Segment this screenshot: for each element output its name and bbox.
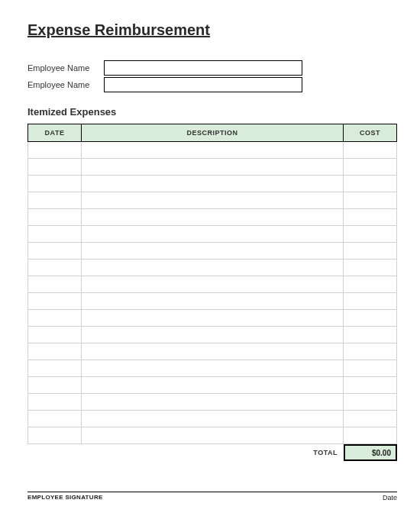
table-row (28, 427, 397, 444)
cell-cost[interactable] (344, 192, 397, 209)
cell-date[interactable] (28, 411, 82, 427)
cell-date[interactable] (28, 293, 82, 310)
table-row (28, 411, 397, 427)
table-row (28, 377, 397, 394)
cell-description[interactable] (82, 142, 344, 159)
cell-cost[interactable] (344, 176, 397, 192)
cell-cost[interactable] (344, 293, 397, 310)
table-row (28, 327, 397, 343)
table-row (28, 142, 397, 159)
table-row (28, 209, 397, 226)
cell-cost[interactable] (344, 327, 397, 343)
table-row (28, 310, 397, 327)
cell-cost[interactable] (344, 360, 397, 377)
cell-date[interactable] (28, 159, 82, 176)
cell-date[interactable] (28, 209, 82, 226)
header-cost: COST (344, 124, 397, 142)
table-row (28, 293, 397, 310)
table-row (28, 343, 397, 360)
signature-label: EMPLOYEE SIGNATURE (27, 494, 103, 501)
cell-cost[interactable] (344, 343, 397, 360)
cell-date[interactable] (28, 327, 82, 343)
header-description: DESCRIPTION (82, 124, 344, 142)
cell-date[interactable] (28, 276, 82, 293)
cell-cost[interactable] (344, 142, 397, 159)
cell-description[interactable] (82, 343, 344, 360)
cell-cost[interactable] (344, 394, 397, 411)
table-row (28, 394, 397, 411)
expenses-table: DATE DESCRIPTION COST (27, 124, 397, 444)
cell-description[interactable] (82, 411, 344, 427)
cell-cost[interactable] (344, 377, 397, 394)
cell-description[interactable] (82, 243, 344, 260)
header-date: DATE (28, 124, 82, 142)
cell-description[interactable] (82, 176, 344, 192)
cell-date[interactable] (28, 243, 82, 260)
table-row (28, 260, 397, 276)
cell-cost[interactable] (344, 260, 397, 276)
cell-date[interactable] (28, 260, 82, 276)
cell-cost[interactable] (344, 411, 397, 427)
cell-cost[interactable] (344, 226, 397, 243)
cell-date[interactable] (28, 394, 82, 411)
itemized-section-title: Itemized Expenses (27, 106, 397, 118)
table-row (28, 276, 397, 293)
signature-date-label: Date (383, 494, 397, 501)
cell-description[interactable] (82, 260, 344, 276)
cell-description[interactable] (82, 209, 344, 226)
cell-description[interactable] (82, 276, 344, 293)
cell-cost[interactable] (344, 243, 397, 260)
table-row (28, 176, 397, 192)
cell-description[interactable] (82, 293, 344, 310)
total-value: $0.00 (344, 444, 397, 461)
cell-description[interactable] (82, 310, 344, 327)
cell-description[interactable] (82, 192, 344, 209)
cell-cost[interactable] (344, 276, 397, 293)
cell-date[interactable] (28, 310, 82, 327)
employee-name-field-1[interactable] (104, 60, 302, 76)
page-title: Expense Reimbursement (27, 21, 397, 39)
cell-description[interactable] (82, 427, 344, 444)
cell-description[interactable] (82, 327, 344, 343)
table-row (28, 159, 397, 176)
employee-name-label-2: Employee Name (27, 80, 104, 89)
cell-cost[interactable] (344, 159, 397, 176)
cell-date[interactable] (28, 427, 82, 444)
signature-area: EMPLOYEE SIGNATURE Date (27, 492, 397, 501)
cell-date[interactable] (28, 360, 82, 377)
table-row (28, 226, 397, 243)
total-row: TOTAL $0.00 (27, 444, 397, 461)
cell-date[interactable] (28, 343, 82, 360)
cell-description[interactable] (82, 394, 344, 411)
cell-description[interactable] (82, 226, 344, 243)
cell-description[interactable] (82, 159, 344, 176)
table-row (28, 360, 397, 377)
cell-date[interactable] (28, 176, 82, 192)
cell-date[interactable] (28, 377, 82, 394)
employee-name-row-1: Employee Name (27, 60, 397, 76)
employee-name-row-2: Employee Name (27, 77, 397, 92)
employee-name-field-2[interactable] (104, 77, 302, 92)
employee-name-label-1: Employee Name (27, 63, 104, 73)
table-row (28, 243, 397, 260)
cell-cost[interactable] (344, 209, 397, 226)
cell-description[interactable] (82, 377, 344, 394)
total-label: TOTAL (313, 449, 338, 456)
cell-date[interactable] (28, 142, 82, 159)
table-row (28, 192, 397, 209)
cell-description[interactable] (82, 360, 344, 377)
cell-date[interactable] (28, 192, 82, 209)
cell-cost[interactable] (344, 427, 397, 444)
cell-cost[interactable] (344, 310, 397, 327)
cell-date[interactable] (28, 226, 82, 243)
